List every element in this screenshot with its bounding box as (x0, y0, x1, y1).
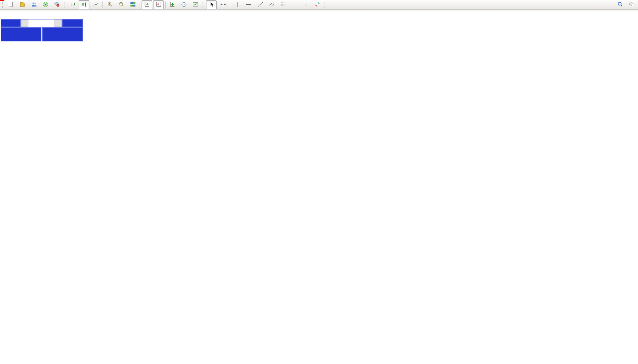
toolbar (0, 0, 638, 10)
chart-shift-button[interactable] (153, 0, 164, 9)
one-click-trading-panel (1, 19, 83, 41)
fibonacci-button[interactable] (278, 0, 289, 9)
auto-scroll-icon (144, 2, 150, 8)
mt4-terminal (0, 0, 638, 364)
clock-icon (181, 2, 187, 8)
rsi-indicator-label (1, 290, 4, 295)
time-axis[interactable] (0, 356, 638, 364)
new-order-button[interactable] (5, 0, 16, 9)
symbol-header (2, 12, 3, 16)
candlestick-chart-button[interactable] (79, 0, 89, 9)
tile-windows-icon (130, 2, 136, 8)
profiles-icon (31, 2, 37, 8)
channel-button[interactable] (266, 0, 277, 9)
label-tool-icon (305, 5, 307, 5)
chat-button[interactable] (626, 0, 637, 9)
toolbar-grip (64, 2, 66, 8)
volume-increase-button[interactable] (54, 20, 62, 27)
search-icon (617, 2, 623, 8)
toolbar-grip (2, 2, 4, 8)
vertical-line-icon (234, 2, 240, 8)
volume-stepper (21, 19, 62, 27)
horizontal-line-icon (246, 2, 252, 8)
line-chart-button[interactable] (90, 0, 101, 9)
new-chart-button[interactable] (17, 0, 28, 9)
templates-button[interactable] (190, 0, 201, 9)
new-order-icon (8, 2, 14, 8)
chart-shift-icon (156, 2, 162, 8)
cursor-button[interactable] (206, 0, 217, 9)
fibonacci-icon (280, 2, 286, 8)
sell-price[interactable] (1, 27, 41, 41)
toolbar-separator (102, 2, 103, 8)
indicators-button[interactable] (167, 0, 178, 9)
auto-scroll-button[interactable] (142, 0, 152, 9)
price-level-flag[interactable] (0, 0, 4, 1)
periods-button[interactable] (179, 0, 190, 9)
volume-decrease-button[interactable] (21, 20, 28, 27)
price-axis[interactable] (620, 11, 638, 356)
sonar-icon (43, 2, 48, 8)
vertical-line-button[interactable] (232, 0, 242, 9)
chat-icon (629, 2, 635, 8)
templates-icon (193, 2, 198, 8)
horizontal-line-button[interactable] (243, 0, 254, 9)
zoom-in-button[interactable] (104, 0, 115, 9)
arrows-tool-button[interactable] (312, 0, 323, 9)
zoom-in-icon (107, 2, 113, 8)
toolbar-separator (140, 2, 140, 8)
zoom-out-button[interactable] (116, 0, 127, 9)
arrows-tool-icon (315, 2, 320, 8)
candlestick-chart-icon (81, 2, 87, 8)
toolbar-separator (230, 2, 230, 8)
crosshair-button[interactable] (218, 0, 228, 9)
data-window-button[interactable] (40, 0, 51, 9)
cursor-icon (209, 2, 214, 8)
zoom-out-icon (119, 2, 124, 8)
toolbar-grip (325, 2, 326, 8)
chart-canvas[interactable] (0, 11, 638, 364)
sell-button[interactable] (1, 19, 21, 27)
trendline-icon (257, 2, 263, 8)
buy-button[interactable] (62, 19, 83, 27)
buy-price[interactable] (42, 27, 83, 41)
toolbar-separator (165, 2, 166, 8)
tile-windows-button[interactable] (127, 0, 138, 9)
toolbar-grip (203, 2, 204, 8)
label-tool-button[interactable] (301, 0, 312, 9)
volume-input[interactable] (28, 20, 54, 27)
line-chart-icon (93, 2, 99, 8)
crosshair-icon (220, 2, 226, 8)
bar-chart-icon (70, 2, 76, 8)
text-tool-button[interactable] (289, 0, 300, 9)
trendline-button[interactable] (255, 0, 265, 9)
autotrading-icon (54, 2, 60, 8)
profiles-button[interactable] (28, 0, 39, 9)
macd-indicator-label (1, 225, 6, 229)
new-chart-icon (20, 2, 25, 8)
channel-icon (269, 2, 275, 8)
indicators-icon (170, 2, 175, 8)
bar-chart-button[interactable] (67, 0, 78, 9)
autotrading-button[interactable] (51, 0, 62, 9)
search-button[interactable] (615, 0, 625, 9)
